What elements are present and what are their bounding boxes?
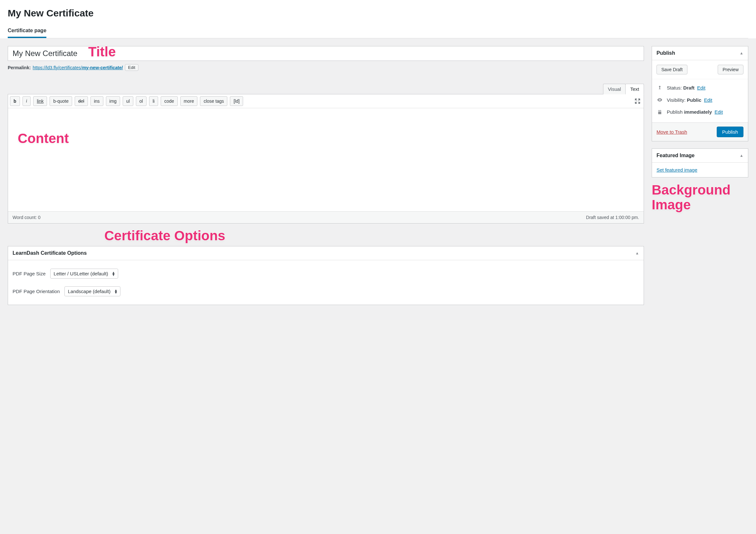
editor-body: Title Permalink: https://ld3.fly/certifi… xyxy=(0,38,756,320)
editor-tab-visual[interactable]: Visual xyxy=(603,84,626,94)
select-arrows-icon: ▲▼ xyxy=(114,289,118,294)
word-count: Word count: 0 xyxy=(13,215,40,220)
select-arrows-icon: ▲▼ xyxy=(112,271,115,276)
featured-image-toggle[interactable]: Featured Image ▲ xyxy=(652,149,748,163)
calendar-icon xyxy=(657,109,663,115)
publish-toggle[interactable]: Publish ▲ xyxy=(652,46,748,60)
status-label: Status: xyxy=(667,85,682,91)
schedule-row: Publish immediately Edit xyxy=(657,106,743,118)
permalink-label: Permalink: xyxy=(8,65,31,70)
qt-more-button[interactable]: more xyxy=(180,96,198,106)
permalink-row: Permalink: https://ld3.fly/certificates/… xyxy=(8,64,644,71)
annotation-cert-options: Certificate Options xyxy=(104,228,225,243)
draft-saved: Draft saved at 1:00:00 pm. xyxy=(586,215,639,220)
status-row: Status: Draft Edit xyxy=(657,82,743,94)
editor: Visual Text b i link b-quote del ins img… xyxy=(8,84,644,224)
editor-mode-tabs: Visual Text xyxy=(8,84,644,94)
featured-image-body: Set featured image xyxy=(652,163,748,177)
qt-ins-button[interactable]: ins xyxy=(91,96,103,106)
featured-image-heading: Featured Image xyxy=(657,153,694,158)
eye-icon xyxy=(657,97,663,103)
editor-content-area[interactable]: Content xyxy=(8,108,644,211)
collapse-icon: ▲ xyxy=(740,51,743,55)
schedule-label: Publish xyxy=(667,109,683,115)
publish-button[interactable]: Publish xyxy=(717,126,743,137)
cert-options-toggle[interactable]: LearnDash Certificate Options ▲ xyxy=(8,246,644,260)
cert-options-body: PDF Page Size Letter / USLetter (default… xyxy=(8,260,644,305)
page-title: My New Certificate xyxy=(8,8,748,19)
status-edit-link[interactable]: Edit xyxy=(697,85,705,91)
move-to-trash-link[interactable]: Move to Trash xyxy=(657,129,687,135)
permalink-edit-button[interactable]: Edit xyxy=(125,64,138,71)
title-block: Title Permalink: https://ld3.fly/certifi… xyxy=(8,46,644,71)
visibility-value: Public xyxy=(687,97,701,103)
qt-img-button[interactable]: img xyxy=(106,96,121,106)
publish-heading: Publish xyxy=(657,50,675,56)
quicktags-toolbar: b i link b-quote del ins img ul ol li co… xyxy=(8,94,644,108)
editor-tab-text[interactable]: Text xyxy=(625,84,644,94)
certificate-options: Certificate Options LearnDash Certificat… xyxy=(8,246,644,305)
status-value: Draft xyxy=(683,85,694,91)
featured-image-metabox: Featured Image ▲ Set featured image xyxy=(652,149,748,178)
collapse-icon: ▲ xyxy=(740,153,743,158)
fullscreen-icon[interactable] xyxy=(633,97,642,105)
tab-certificate-page[interactable]: Certificate page xyxy=(8,24,46,38)
qt-ul-button[interactable]: ul xyxy=(123,96,133,106)
qt-ol-button[interactable]: ol xyxy=(136,96,147,106)
visibility-row: Visibility: Public Edit xyxy=(657,94,743,106)
pdf-orientation-row: PDF Page Orientation Landscape (default)… xyxy=(13,282,639,300)
publish-footer: Move to Trash Publish xyxy=(652,123,748,141)
pdf-orientation-value: Landscape (default) xyxy=(68,289,111,294)
sidebar: Publish ▲ Save Draft Preview Status: Dra… xyxy=(652,46,748,212)
schedule-edit-link[interactable]: Edit xyxy=(715,109,723,115)
publish-status-rows: Status: Draft Edit Visibility: Public Ed… xyxy=(652,79,748,123)
collapse-icon: ▲ xyxy=(635,251,639,255)
pdf-size-label: PDF Page Size xyxy=(13,271,46,276)
pdf-orientation-label: PDF Page Orientation xyxy=(13,289,60,294)
editor-box: b i link b-quote del ins img ul ol li co… xyxy=(8,94,644,224)
qt-del-button[interactable]: del xyxy=(75,96,88,106)
page-header: My New Certificate Certificate page xyxy=(0,0,756,38)
visibility-label: Visibility: xyxy=(667,97,686,103)
permalink-link[interactable]: https://ld3.fly/certificates/my-new-cert… xyxy=(33,65,123,70)
pdf-size-select[interactable]: Letter / USLetter (default) ▲▼ xyxy=(50,268,118,279)
schedule-value: immediately xyxy=(684,109,712,115)
cert-options-heading: LearnDash Certificate Options xyxy=(13,250,87,256)
post-title-input[interactable] xyxy=(8,46,644,61)
qt-close-tags-button[interactable]: close tags xyxy=(200,96,227,106)
publish-top-actions: Save Draft Preview xyxy=(652,60,748,79)
pin-icon xyxy=(657,85,663,91)
pdf-size-row: PDF Page Size Letter / USLetter (default… xyxy=(13,265,639,282)
editor-status-bar: Word count: 0 Draft saved at 1:00:00 pm. xyxy=(8,211,644,223)
nav-tabs: Certificate page xyxy=(8,24,748,38)
qt-ld-shortcode-button[interactable]: [ld] xyxy=(230,96,243,106)
qt-italic-button[interactable]: i xyxy=(22,96,31,106)
save-draft-button[interactable]: Save Draft xyxy=(657,65,688,74)
qt-blockquote-button[interactable]: b-quote xyxy=(50,96,72,106)
qt-bold-button[interactable]: b xyxy=(10,96,20,106)
publish-metabox: Publish ▲ Save Draft Preview Status: Dra… xyxy=(652,46,748,141)
pdf-size-value: Letter / USLetter (default) xyxy=(54,271,108,276)
qt-link-button[interactable]: link xyxy=(33,96,47,106)
preview-button[interactable]: Preview xyxy=(718,65,743,74)
set-featured-image-link[interactable]: Set featured image xyxy=(657,167,697,173)
qt-code-button[interactable]: code xyxy=(161,96,177,106)
main-column: Title Permalink: https://ld3.fly/certifi… xyxy=(8,46,644,312)
visibility-edit-link[interactable]: Edit xyxy=(704,97,712,103)
pdf-orientation-select[interactable]: Landscape (default) ▲▼ xyxy=(65,286,121,296)
annotation-bg-image: Background Image xyxy=(652,183,748,212)
annotation-content: Content xyxy=(18,131,69,146)
qt-li-button[interactable]: li xyxy=(149,96,158,106)
cert-options-metabox: LearnDash Certificate Options ▲ PDF Page… xyxy=(8,246,644,305)
